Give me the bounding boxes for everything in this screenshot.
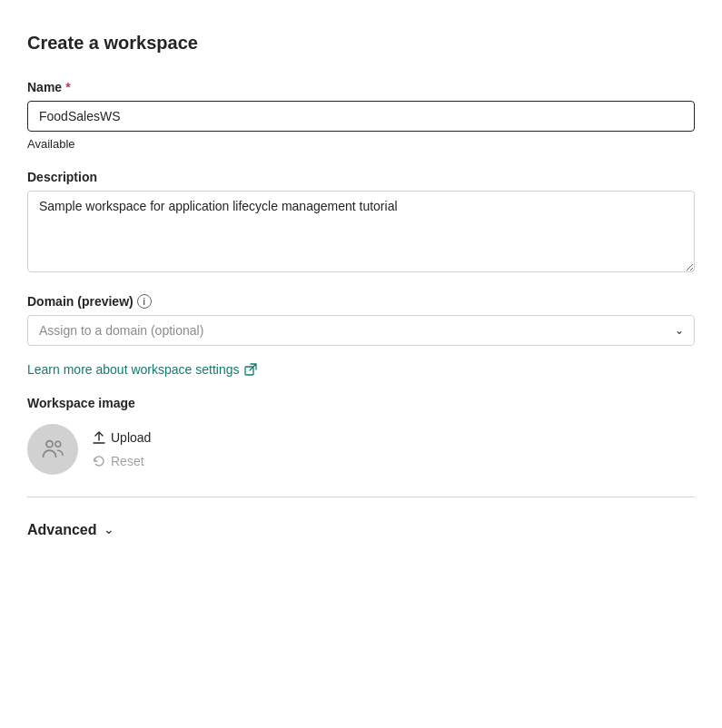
external-link-icon [244,363,257,376]
domain-select[interactable]: Assign to a domain (optional) [27,315,695,346]
workspace-image-section: Workspace image [27,394,695,475]
description-field-group: Description Sample workspace for applica… [27,168,695,278]
name-field-group: Name * Available [27,78,695,153]
learn-more-link[interactable]: Learn more about workspace settings [27,360,257,379]
image-actions: Upload Reset [93,428,151,470]
name-label: Name * [27,78,695,97]
name-input[interactable] [27,101,695,132]
workspace-image-label: Workspace image [27,394,695,413]
reset-button[interactable]: Reset [93,452,151,470]
page-container: Create a workspace Name * Available Desc… [0,0,722,728]
svg-point-1 [46,440,53,447]
domain-info-icon[interactable]: i [137,294,152,309]
upload-button[interactable]: Upload [93,428,151,447]
domain-field-group: Domain (preview) i Assign to a domain (o… [27,292,695,346]
workspace-users-icon [40,437,65,462]
svg-point-2 [55,441,61,447]
advanced-label: Advanced [27,519,96,541]
chevron-down-icon: ⌄ [104,520,114,539]
domain-select-container: Assign to a domain (optional) ⌄ [27,315,695,346]
description-input[interactable]: Sample workspace for application lifecyc… [27,191,695,272]
reset-label: Reset [111,454,144,468]
workspace-avatar [27,424,78,475]
description-label: Description [27,168,695,187]
required-star: * [65,78,70,97]
divider [27,497,695,497]
domain-label: Domain (preview) i [27,292,695,311]
upload-label: Upload [111,430,151,445]
available-status: Available [27,135,695,153]
learn-more-row: Learn more about workspace settings [27,360,695,379]
learn-more-text: Learn more about workspace settings [27,360,239,379]
reset-icon [93,455,105,467]
image-row: Upload Reset [27,424,695,475]
upload-icon [93,431,105,444]
advanced-section[interactable]: Advanced ⌄ [27,519,695,541]
page-title: Create a workspace [27,29,695,56]
